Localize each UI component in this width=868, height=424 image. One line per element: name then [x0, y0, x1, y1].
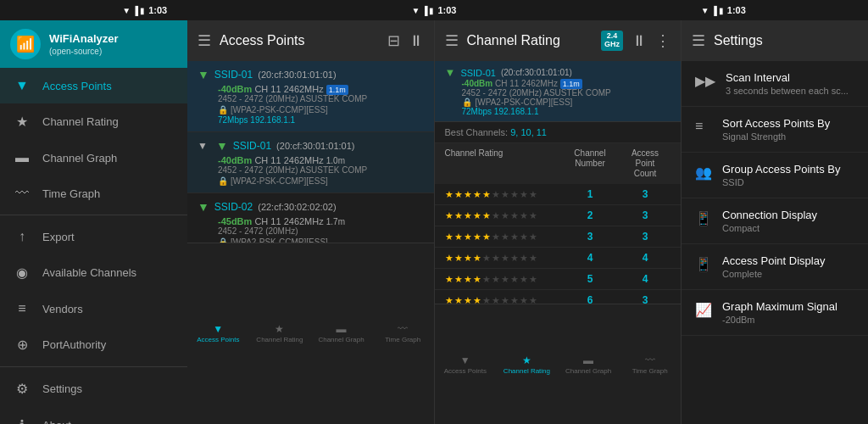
channel-row[interactable]: ★★★★★★★★★★ 2 3 [435, 205, 682, 226]
ap-distance: 1.7m [326, 217, 345, 226]
nav-cr-icon: ★ [275, 323, 284, 335]
app-body: 📶 WiFiAnalyzer (open-source) ▼ Access Po… [0, 20, 868, 424]
channel-row[interactable]: ★★★★★★★★★★ 1 3 [435, 184, 682, 205]
sort-value: Signal Strength [722, 131, 854, 142]
channel-number: 3 [560, 231, 620, 243]
time-display-3: 1:03 [727, 5, 746, 15]
channel-number: 2 [560, 209, 620, 221]
star-empty-icon: ★ [492, 274, 500, 285]
star-empty-icon: ★ [482, 253, 491, 264]
ap-bssid: (22:cf:30:02:02:02) [258, 202, 336, 212]
nav-time-graph[interactable]: 〰 Time Graph [372, 243, 434, 425]
nav-cg-2[interactable]: ▬ Channel Graph [558, 304, 620, 424]
ap-signal: -45dBm [218, 216, 252, 226]
channel-stars: ★★★★★★★★★★ [445, 253, 561, 264]
nav-cr-icon-2: ★ [522, 354, 531, 366]
vendors-icon: ≡ [14, 301, 31, 316]
channel-graph-icon: ▬ [14, 150, 31, 165]
pause-icon-2[interactable]: ⏸ [632, 32, 647, 50]
sidebar-item-settings[interactable]: ⚙ Settings [0, 371, 187, 407]
settings-item-sort[interactable]: ≡ Sort Access Points By Signal Strength [682, 107, 868, 153]
sidebar-item-available-channels[interactable]: ◉ Available Channels [0, 254, 187, 291]
filter-icon[interactable]: ⊟ [387, 31, 400, 50]
pause-icon[interactable]: ⏸ [409, 32, 424, 50]
channel-table-header: Channel Rating Channel Number Access Poi… [435, 143, 682, 184]
panel1-bottom-nav: ▼ Access Points ★ Channel Rating ▬ Chann… [187, 243, 434, 425]
best-channels-values: 9, 10, 11 [510, 127, 547, 137]
nav-ap-icon: ▼ [213, 323, 223, 335]
settings-panel-title: Settings [714, 33, 858, 48]
channel-rating-icon: ★ [14, 114, 31, 130]
hamburger-icon[interactable]: ☰ [198, 31, 211, 50]
star-filled-icon: ★ [445, 210, 453, 221]
cr-ap-bssid: (20:cf:30:01:01:01) [501, 68, 572, 77]
channel-row[interactable]: ★★★★★★★★★★ 5 4 [435, 269, 682, 290]
wifi-status-icon-3: ▼ [701, 6, 709, 15]
best-channels-label: Best Channels: [445, 127, 509, 137]
ap-panel-header: ☰ Access Points ⊟ ⏸ [187, 20, 434, 61]
star-empty-icon: ★ [492, 232, 500, 243]
star-filled-icon: ★ [473, 232, 481, 243]
nav-cr-2[interactable]: ★ Channel Rating [496, 304, 558, 424]
sidebar-item-vendors[interactable]: ≡ Vendors [0, 291, 187, 326]
hamburger-icon-2[interactable]: ☰ [445, 31, 459, 50]
sidebar-item-access-points[interactable]: ▼ Access Points [0, 68, 187, 103]
star-empty-icon: ★ [520, 232, 528, 243]
sidebar-item-time-graph[interactable]: 〰 Time Graph [0, 176, 187, 211]
star-filled-icon: ★ [454, 210, 463, 221]
sidebar-item-channel-rating[interactable]: ★ Channel Rating [0, 103, 187, 140]
channel-table: ★★★★★★★★★★ 1 3 ★★★★★★★★★★ 2 3 ★★★★★★★★★★… [435, 184, 682, 304]
nav-ap-2[interactable]: ▼ Access Points [435, 304, 497, 424]
export-icon: ↑ [14, 229, 31, 244]
settings-item-scan-interval[interactable]: ▶▶ Scan Interval 3 seconds between each … [682, 61, 868, 107]
available-channels-icon: ◉ [14, 265, 31, 281]
sidebar-item-export[interactable]: ↑ Export [0, 219, 187, 254]
star-filled-icon: ★ [445, 253, 453, 264]
cr-top-ap[interactable]: ▼ SSID-01 (20:cf:30:01:01:01) -40dBm CH … [435, 61, 682, 122]
star-empty-icon: ★ [501, 232, 509, 243]
ap-count: 4 [620, 273, 670, 285]
settings-list: ▶▶ Scan Interval 3 seconds between each … [682, 61, 868, 424]
nav-channel-graph[interactable]: ▬ Channel Graph [310, 243, 372, 425]
settings-item-ap-display[interactable]: 📱 Access Point Display Complete [682, 244, 868, 290]
settings-item-group[interactable]: 👥 Group Access Points By SSID [682, 153, 868, 198]
ap-channel: CH 11 2462MHz [254, 84, 326, 94]
nav-access-points[interactable]: ▼ Access Points [187, 243, 249, 425]
settings-item-connection-display[interactable]: 📱 Connection Display Compact [682, 198, 868, 244]
settings-item-graph-max[interactable]: 📈 Graph Maximum Signal -20dBm [682, 290, 868, 336]
star-empty-icon: ★ [529, 295, 537, 304]
status-bars: ▼ ▐ ▮ 1:03 ▼ ▐ ▮ 1:03 ▼ ▐ ▮ 1:03 [0, 0, 868, 20]
ap-channel: CH 11 2462MHz [254, 216, 326, 226]
nav-cg-icon-2: ▬ [583, 354, 593, 366]
star-empty-icon: ★ [482, 274, 491, 285]
ap-item[interactable]: ▼ SSID-01 (20:cf:30:01:01:01) -40dBm CH … [187, 61, 434, 132]
nav-channel-rating[interactable]: ★ Channel Rating [249, 243, 311, 425]
sidebar-item-about[interactable]: ℹ About [0, 407, 187, 424]
sidebar-item-label: Settings [42, 382, 82, 395]
sidebar-item-channel-graph[interactable]: ▬ Channel Graph [0, 140, 187, 176]
nav-tg-2[interactable]: 〰 Time Graph [619, 304, 681, 424]
star-empty-icon: ★ [501, 189, 509, 200]
channel-row[interactable]: ★★★★★★★★★★ 6 3 [435, 290, 682, 304]
channel-row[interactable]: ★★★★★★★★★★ 3 3 [435, 226, 682, 248]
ap-item[interactable]: ▼ ▼ SSID-01 (20:cf:30:01:01:01) -40dBm C… [187, 132, 434, 193]
star-empty-icon: ★ [520, 189, 528, 200]
ap-signal: -40dBm [218, 84, 252, 94]
star-filled-icon: ★ [482, 232, 491, 243]
star-filled-icon: ★ [464, 295, 472, 304]
ap-item[interactable]: ▼ SSID-02 (22:cf:30:02:02:02) -45dBm CH … [187, 193, 434, 243]
nav-cg-label-2: Channel Graph [565, 367, 611, 375]
star-empty-icon: ★ [529, 274, 537, 285]
channel-number: 5 [560, 273, 620, 285]
cr-panel-title: Channel Rating [467, 33, 593, 48]
channel-stars: ★★★★★★★★★★ [445, 274, 561, 285]
star-filled-icon: ★ [464, 253, 472, 264]
sidebar-item-port-authority[interactable]: ⊕ PortAuthority [0, 326, 187, 363]
hamburger-icon-3[interactable]: ☰ [692, 31, 705, 50]
channel-row[interactable]: ★★★★★★★★★★ 4 4 [435, 248, 682, 269]
settings-panel: ☰ Settings ▶▶ Scan Interval 3 seconds be… [682, 20, 868, 424]
star-empty-icon: ★ [520, 210, 528, 221]
scan-interval-icon: ▶▶ [695, 73, 715, 89]
time-display-2: 1:03 [437, 5, 456, 15]
menu-icon[interactable]: ⋮ [655, 31, 670, 50]
